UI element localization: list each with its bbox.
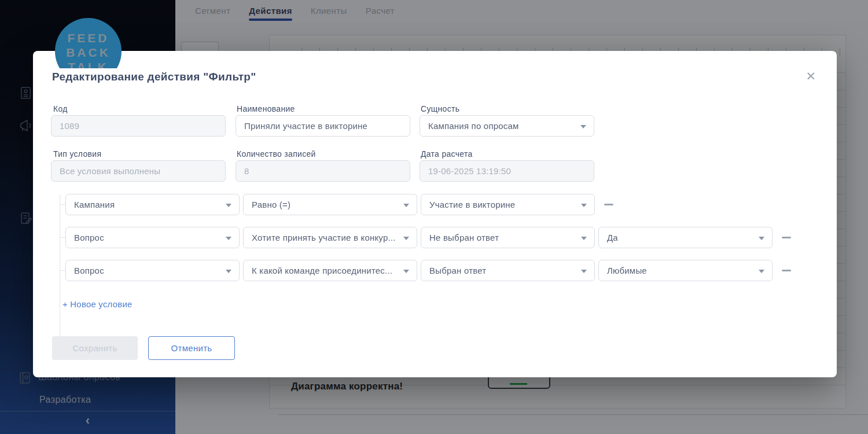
entity-label: Сущность bbox=[421, 104, 459, 113]
condition-operator-select[interactable]: Выбран ответ bbox=[421, 260, 595, 281]
select-value: Вопрос bbox=[74, 266, 104, 275]
edit-action-modal: Редактирование действия "Фильтр" ✕ Код Н… bbox=[33, 51, 837, 377]
condition-value-select[interactable]: Участие в викторине bbox=[421, 194, 595, 215]
condition-type-field bbox=[51, 160, 226, 182]
select-value: Хотите принять участие в конкур... bbox=[252, 233, 396, 242]
condition-row: Вопрос Хотите принять участие в конкур..… bbox=[65, 227, 792, 248]
condition-operator-select[interactable]: Не выбран ответ bbox=[421, 227, 595, 248]
condition-value-select[interactable]: Да bbox=[598, 227, 773, 248]
save-button[interactable]: Сохранить bbox=[52, 336, 138, 360]
condition-tree-connector bbox=[60, 204, 65, 205]
condition-type-label: Тип условия bbox=[53, 149, 101, 159]
calc-date-field bbox=[420, 160, 594, 182]
select-value: Кампания bbox=[74, 200, 115, 209]
entity-select[interactable]: Кампания по опросам bbox=[420, 115, 594, 137]
condition-field-select[interactable]: Вопрос bbox=[65, 260, 240, 281]
chevron-down-icon bbox=[759, 237, 764, 240]
logo-line: BACK bbox=[66, 45, 111, 60]
chevron-down-icon bbox=[226, 204, 231, 207]
chevron-down-icon bbox=[759, 270, 764, 273]
minus-icon bbox=[604, 204, 613, 205]
condition-operator-select[interactable]: Равно (=) bbox=[243, 194, 417, 215]
chevron-down-icon bbox=[581, 270, 587, 273]
select-value: Выбран ответ bbox=[429, 266, 486, 275]
minus-icon bbox=[782, 237, 791, 238]
remove-condition-button[interactable] bbox=[781, 265, 792, 277]
calc-date-label: Дата расчета bbox=[421, 149, 473, 159]
cancel-button[interactable]: Отменить bbox=[148, 336, 235, 360]
select-value: К какой команде присоединитес... bbox=[252, 266, 392, 275]
select-value: Равно (=) bbox=[252, 200, 290, 209]
chevron-down-icon bbox=[403, 237, 409, 240]
chevron-down-icon bbox=[580, 125, 586, 128]
condition-question-select[interactable]: К какой команде присоединитес... bbox=[243, 260, 417, 281]
remove-condition-button[interactable] bbox=[603, 199, 615, 211]
condition-field-select[interactable]: Вопрос bbox=[65, 227, 240, 248]
condition-field-select[interactable]: Кампания bbox=[65, 194, 240, 215]
select-value: Не выбран ответ bbox=[429, 233, 499, 242]
condition-row: Кампания Равно (=) Участие в викторине bbox=[65, 194, 615, 215]
logo-line: FEED bbox=[67, 31, 109, 45]
condition-row: Вопрос К какой команде присоединитес... … bbox=[65, 260, 792, 281]
close-icon[interactable]: ✕ bbox=[806, 69, 816, 83]
chevron-down-icon bbox=[226, 237, 231, 240]
chevron-down-icon bbox=[581, 237, 587, 240]
select-value: Вопрос bbox=[74, 233, 104, 242]
condition-question-select[interactable]: Хотите принять участие в конкур... bbox=[243, 227, 417, 248]
record-count-field bbox=[236, 160, 410, 182]
condition-value-select[interactable]: Любимые bbox=[598, 260, 773, 281]
condition-tree-connector bbox=[60, 237, 65, 238]
add-condition-link[interactable]: + Новое условие bbox=[62, 299, 133, 309]
chevron-down-icon bbox=[403, 270, 409, 273]
modal-title: Редактирование действия "Фильтр" bbox=[52, 71, 256, 83]
logo-line: TALK bbox=[68, 60, 108, 68]
code-field bbox=[51, 115, 226, 137]
entity-select-value: Кампания по опросам bbox=[428, 121, 519, 131]
minus-icon bbox=[782, 270, 791, 271]
logo-clip: FEED BACK TALK bbox=[55, 18, 122, 68]
chevron-down-icon bbox=[403, 204, 409, 207]
code-label: Код bbox=[53, 104, 68, 113]
remove-condition-button[interactable] bbox=[781, 232, 792, 244]
select-value: Да bbox=[607, 233, 618, 242]
name-field[interactable] bbox=[236, 115, 410, 137]
select-value: Любимые bbox=[607, 266, 647, 275]
feedback-talk-logo[interactable]: FEED BACK TALK bbox=[55, 18, 122, 68]
select-value: Участие в викторине bbox=[429, 200, 515, 209]
chevron-down-icon bbox=[581, 204, 587, 207]
condition-tree-connector bbox=[60, 270, 65, 271]
name-label: Наименование bbox=[237, 104, 295, 113]
record-count-label: Количество записей bbox=[237, 149, 316, 159]
chevron-down-icon bbox=[226, 270, 231, 273]
